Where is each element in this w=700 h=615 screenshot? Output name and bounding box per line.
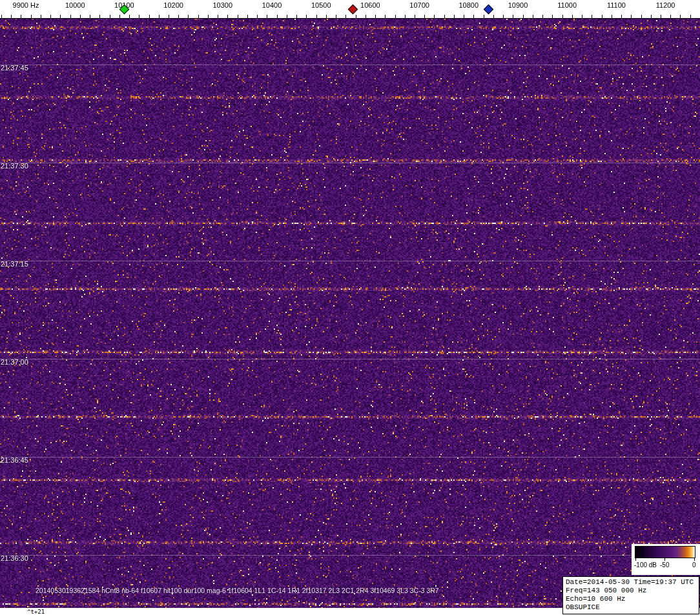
colorbar-gradient	[635, 546, 695, 558]
info-date-time-line: Date=2014-05-30 Time=19:37 UTC	[566, 578, 699, 587]
colorbar-tick-mid	[664, 558, 665, 561]
observation-info-box: Date=2014-05-30 Time=19:37 UTC Freq=143 …	[562, 576, 699, 614]
colorbar-panel: -100 dB -50 0	[632, 544, 700, 575]
cursor-readout: ^t+21	[27, 609, 45, 615]
colorbar-tick-max	[694, 558, 695, 561]
frequency-ruler	[0, 0, 700, 19]
colorbar-label-mid: -50	[660, 561, 669, 569]
info-frequency-line: Freq=143 050 000 Hz	[566, 587, 699, 595]
echo-viewer-window: 21:37:4521:37:3021:37:1521:37:0021:36:45…	[0, 0, 700, 615]
colorbar-label-max: 0	[692, 561, 696, 569]
info-station-line: OBSUPICE	[566, 603, 699, 612]
detection-annotation: 20140530193621584 hCnt8 nb-64 f10607 hit…	[36, 587, 439, 594]
info-echo-line: Echo=10 600 Hz	[566, 595, 699, 603]
spectrogram-canvas[interactable]	[0, 19, 700, 608]
colorbar-label-min: -100 dB	[634, 561, 657, 569]
colorbar-tick-min	[635, 558, 636, 561]
